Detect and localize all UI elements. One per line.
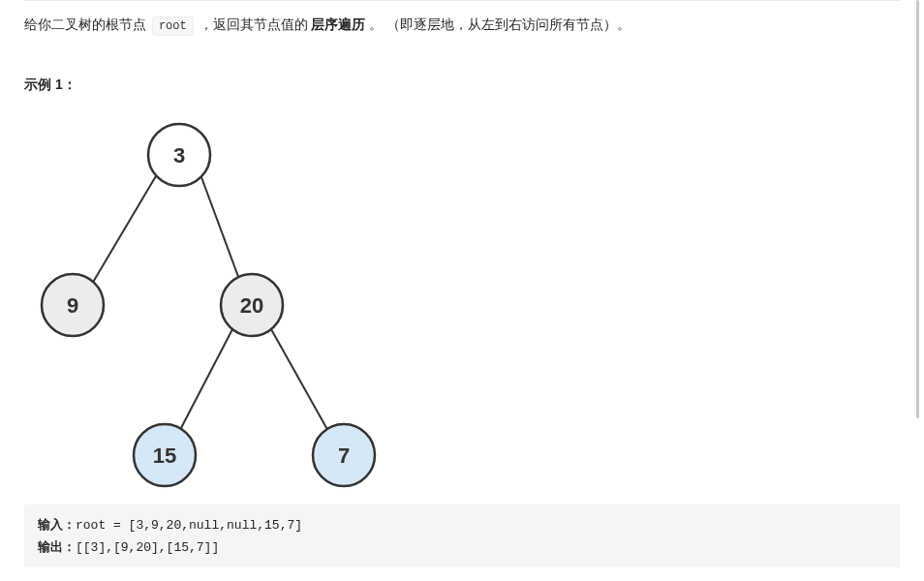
section-divider xyxy=(24,0,900,1)
problem-statement: 给你二叉树的根节点 root ，返回其节点值的 层序遍历 。 （即逐层地，从左到… xyxy=(24,13,900,38)
input-value: root = [3,9,20,null,null,15,7] xyxy=(76,518,302,533)
problem-bold: 层序遍历 xyxy=(311,16,365,32)
node-value-9: 9 xyxy=(67,292,78,317)
problem-container: 给你二叉树的根节点 root ，返回其节点值的 层序遍历 。 （即逐层地，从左到… xyxy=(0,0,924,567)
scrollbar[interactable] xyxy=(916,0,919,418)
tree-node-9: 9 xyxy=(42,274,104,336)
edge-3-9 xyxy=(82,169,160,300)
problem-mid2: 。 （即逐层地，从左到右访问所有节点）。 xyxy=(369,16,631,32)
tree-node-20: 20 xyxy=(221,274,283,336)
output-line: 输出：[[3],[9,20],[15,7]] xyxy=(38,536,886,560)
input-label: 输入： xyxy=(38,517,76,532)
node-value-15: 15 xyxy=(153,443,176,467)
output-value: [[3],[9,20],[15,7]] xyxy=(76,540,219,555)
problem-mid1: ，返回其节点值的 xyxy=(200,16,312,32)
tree-diagram: 3 9 20 15 7 xyxy=(29,111,407,489)
tree-node-3: 3 xyxy=(148,124,210,186)
example-io-block: 输入：root = [3,9,20,null,null,15,7] 输出：[[3… xyxy=(24,505,900,568)
output-label: 输出： xyxy=(38,539,76,554)
problem-prefix: 给你二叉树的根节点 xyxy=(24,16,150,32)
root-code: root xyxy=(152,16,194,36)
input-line: 输入：root = [3,9,20,null,null,15,7] xyxy=(38,514,886,537)
tree-node-15: 15 xyxy=(134,424,196,486)
tree-node-7: 7 xyxy=(313,424,375,486)
node-value-3: 3 xyxy=(173,142,185,167)
example-label: 示例 1： xyxy=(24,76,900,94)
node-value-7: 7 xyxy=(338,443,350,467)
node-value-20: 20 xyxy=(240,292,263,317)
